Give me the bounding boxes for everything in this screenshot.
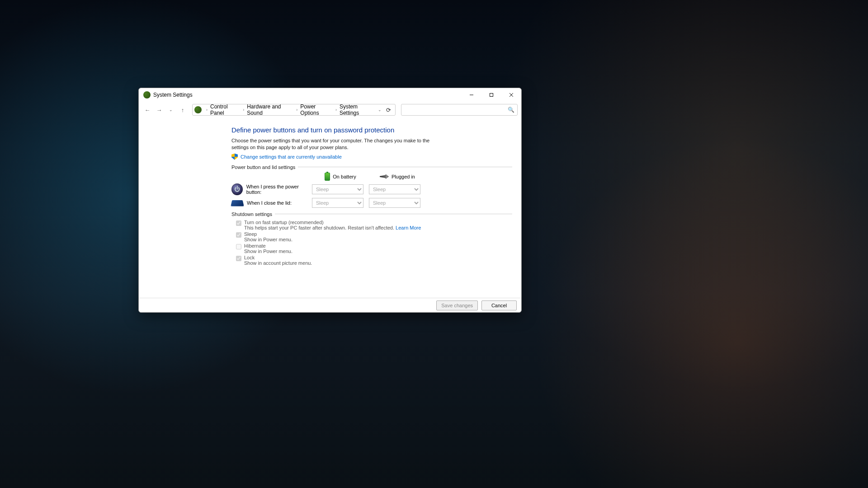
- lock-checkbox[interactable]: [236, 256, 241, 261]
- breadcrumb-hardware-sound[interactable]: Hardware and Sound: [246, 103, 294, 116]
- lock-sub: Show in account picture menu.: [244, 260, 312, 266]
- column-headers: On battery Plugged in: [231, 173, 512, 181]
- close-lid-plugged-select[interactable]: Sleep: [369, 198, 420, 208]
- close-lid-label: When I close the lid:: [247, 200, 292, 206]
- titlebar: System Settings: [139, 88, 521, 102]
- change-settings-link[interactable]: Change settings that are currently unava…: [241, 154, 342, 160]
- maximize-icon: [489, 93, 494, 97]
- address-icon: [194, 106, 202, 113]
- close-button[interactable]: [501, 88, 521, 102]
- window-title: System Settings: [153, 92, 462, 98]
- change-settings-row: Change settings that are currently unava…: [231, 154, 512, 160]
- footer: Save changes Cancel: [139, 298, 521, 312]
- lid-icon-wrap: [231, 199, 243, 206]
- learn-more-link[interactable]: Learn More: [396, 225, 421, 230]
- close-icon: [509, 93, 514, 97]
- page-title: Define power buttons and turn on passwor…: [231, 126, 512, 134]
- recent-locations-button[interactable]: ⌄: [166, 105, 176, 115]
- chevron-right-icon: ›: [335, 108, 337, 112]
- address-bar[interactable]: › Control Panel › Hardware and Sound › P…: [192, 104, 396, 116]
- power-button-row: ⏻ When I press the power button: Sleep S…: [231, 183, 512, 195]
- power-button-plugged-select[interactable]: Sleep: [369, 184, 420, 194]
- on-battery-label: On battery: [333, 174, 356, 179]
- power-button-label-cell: ⏻ When I press the power button:: [231, 183, 312, 195]
- chevron-right-icon: ›: [296, 108, 297, 112]
- lock-label: Lock: [244, 255, 312, 260]
- shield-icon: [231, 154, 238, 160]
- battery-icon: [325, 173, 330, 181]
- search-icon[interactable]: 🔍: [508, 107, 514, 113]
- hibernate-sub: Show in Power menu.: [244, 249, 292, 254]
- divider: [298, 167, 512, 167]
- fast-startup-label: Turn on fast startup (recommended): [244, 220, 421, 225]
- sleep-checkbox[interactable]: [236, 232, 241, 238]
- hibernate-row: Hibernate Show in Power menu.: [236, 243, 512, 254]
- sleep-row: Sleep Show in Power menu.: [236, 231, 512, 242]
- close-lid-label-cell: When I close the lid:: [231, 199, 312, 206]
- refresh-button[interactable]: ⟳: [383, 107, 393, 113]
- minimize-button[interactable]: [462, 88, 481, 102]
- lock-row: Lock Show in account picture menu.: [236, 255, 512, 266]
- power-button-battery-select[interactable]: Sleep: [312, 184, 363, 194]
- breadcrumb-power-options[interactable]: Power Options: [299, 103, 334, 116]
- breadcrumb-system-settings[interactable]: System Settings: [339, 103, 376, 116]
- search-input[interactable]: [404, 107, 508, 113]
- up-button[interactable]: ↑: [178, 105, 188, 115]
- back-button[interactable]: ←: [142, 105, 152, 115]
- hibernate-checkbox[interactable]: [236, 244, 241, 249]
- chevron-right-icon: ›: [243, 108, 244, 112]
- divider: [275, 214, 512, 214]
- shutdown-settings-list: Turn on fast startup (recommended) This …: [231, 220, 512, 266]
- plug-icon: [380, 174, 389, 179]
- forward-button[interactable]: →: [154, 105, 164, 115]
- power-button-label: When I press the power button:: [246, 184, 312, 195]
- plugged-in-header: Plugged in: [369, 174, 426, 179]
- system-settings-window: System Settings ← → ⌄ ↑ › Control Panel …: [138, 88, 522, 313]
- sleep-sub: Show in Power menu.: [244, 237, 292, 242]
- chevron-right-icon: ›: [206, 108, 208, 112]
- svg-rect-1: [490, 94, 493, 97]
- window-controls: [462, 88, 521, 102]
- close-lid-row: When I close the lid: Sleep Sleep: [231, 198, 512, 208]
- fast-startup-row: Turn on fast startup (recommended) This …: [236, 220, 512, 230]
- power-button-section-label: Power button and lid settings: [231, 164, 512, 170]
- section-label-text: Power button and lid settings: [231, 164, 295, 170]
- sleep-label: Sleep: [244, 231, 292, 237]
- minimize-icon: [469, 93, 474, 97]
- maximize-button[interactable]: [481, 88, 501, 102]
- fast-startup-checkbox[interactable]: [236, 221, 241, 226]
- save-changes-button[interactable]: Save changes: [436, 300, 478, 310]
- shutdown-section-label: Shutdown settings: [231, 211, 512, 217]
- plugged-in-label: Plugged in: [392, 174, 415, 179]
- toolbar: ← → ⌄ ↑ › Control Panel › Hardware and S…: [139, 102, 521, 118]
- hibernate-label: Hibernate: [244, 243, 292, 249]
- power-button-icon: ⏻: [231, 183, 243, 195]
- fast-startup-sub: This helps start your PC faster after sh…: [244, 225, 421, 230]
- breadcrumb-control-panel[interactable]: Control Panel: [209, 103, 241, 116]
- search-box[interactable]: 🔍: [401, 104, 518, 116]
- content-area: Define power buttons and turn on passwor…: [139, 118, 521, 298]
- address-dropdown-button[interactable]: ⌄: [376, 108, 383, 112]
- lid-icon: [231, 200, 244, 206]
- page-description: Choose the power settings that you want …: [231, 137, 430, 151]
- close-lid-battery-select[interactable]: Sleep: [312, 198, 363, 208]
- shutdown-label-text: Shutdown settings: [231, 211, 272, 217]
- app-icon: [143, 91, 151, 99]
- cancel-button[interactable]: Cancel: [481, 300, 517, 310]
- on-battery-header: On battery: [312, 173, 369, 181]
